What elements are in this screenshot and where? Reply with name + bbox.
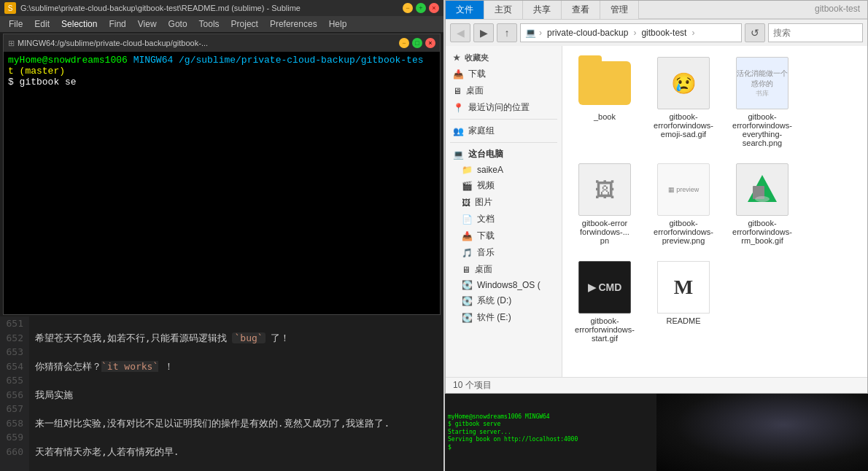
editor-content[interactable]: 希望苍天不负我,如若不行,只能看源码逻辑找 `bug` 了！ 你猜猜会怎样？`i… <box>29 316 443 471</box>
address-segment-backup[interactable]: private-cloud-backup <box>545 27 630 39</box>
refresh-button[interactable]: ↺ <box>745 23 765 42</box>
nav-videos[interactable]: 🎬 视频 <box>446 177 562 194</box>
file-item-emoji-sad[interactable]: 😢 gitbook-errorforwindows-emoji-sad.gif <box>647 52 720 152</box>
file-name-readme: README <box>666 316 700 325</box>
thumb-line-5: $ <box>448 444 654 451</box>
gif-icon-start: ▶ CMD <box>578 261 631 314</box>
ribbon-tab-home[interactable]: 主页 <box>484 1 523 19</box>
editor-line <box>35 402 438 416</box>
close-button[interactable]: × <box>429 3 439 13</box>
ribbon-tab-share[interactable]: 共享 <box>523 1 562 19</box>
file-item-start[interactable]: ▶ CMD gitbook-errorforwindows-start.gif <box>568 256 641 348</box>
explorer-toolbar: ◀ ▶ ↑ 💻 › private-cloud-backup › gitbook… <box>446 20 867 46</box>
terminal-prompt: myHome@snowdreams1006 MINGW64 /g/sublime… <box>8 55 435 66</box>
nav-software-e[interactable]: 💽 软件 (E:) <box>446 309 562 326</box>
terminal-close[interactable]: × <box>425 38 435 48</box>
editor-line: 你猜猜会怎样？`it works` ！ <box>35 359 438 374</box>
desktop2-icon: 🖥 <box>462 265 470 275</box>
nav-system-d[interactable]: 💽 系统 (D:) <box>446 292 562 309</box>
up-button[interactable]: ↑ <box>497 23 517 42</box>
file-name-preview: gitbook-errorforwindows-preview.png <box>651 219 716 245</box>
nav-download[interactable]: 📥 下载 <box>446 66 562 82</box>
terminal-user: myHome@snowdreams1006 <box>8 55 128 66</box>
menu-goto[interactable]: Goto <box>163 17 193 31</box>
back-button[interactable]: ◀ <box>450 23 470 42</box>
nav-pictures[interactable]: 🖼 图片 <box>446 194 562 211</box>
menu-edit[interactable]: Edit <box>28 17 55 31</box>
terminal-titlebar: ⊞ MINGW64:/g/sublime/private-cloud-backu… <box>4 34 440 52</box>
menu-view[interactable]: View <box>132 17 163 31</box>
png-icon-preview: ▦ preview <box>657 163 710 216</box>
nav-homegroup[interactable]: 👥 家庭组 <box>446 122 562 139</box>
menu-selection[interactable]: Selection <box>55 17 103 31</box>
nav-music[interactable]: 🎵 音乐 <box>446 244 562 261</box>
terminal-minimize[interactable]: − <box>399 38 409 48</box>
thumb-line-1: myHome@snowdreams1006 MINGW64 <box>448 413 654 421</box>
svg-point-2 <box>755 196 770 202</box>
terminal-body[interactable]: myHome@snowdreams1006 MINGW64 /g/sublime… <box>4 52 440 314</box>
maximize-button[interactable]: + <box>416 3 426 13</box>
editor-line <box>35 430 438 445</box>
png-icon-everything: 活化消能做一个惑你的 书库 <box>736 57 788 109</box>
terminal-title: MINGW64:/g/sublime/private-cloud-backup/… <box>18 39 396 47</box>
menu-help[interactable]: Help <box>323 17 353 31</box>
menu-project[interactable]: Project <box>225 17 264 31</box>
address-segment-gitbook[interactable]: gitbook-test <box>639 27 689 39</box>
ribbon-tabs: 文件 主页 共享 查看 管理 gitbook-test <box>446 1 867 20</box>
forward-button[interactable]: ▶ <box>473 23 494 42</box>
computer-nav-icon: 💻 <box>453 149 464 160</box>
menu-tools[interactable]: Tools <box>193 17 225 31</box>
gif-icon-rmbook <box>736 163 788 216</box>
computer-icon: 💻 <box>525 28 536 38</box>
address-bar[interactable]: 💻 › private-cloud-backup › gitbook-test … <box>520 23 742 42</box>
nav-thispc[interactable]: 💻 这台电脑 <box>446 146 562 163</box>
menu-file[interactable]: File <box>3 17 28 31</box>
recent-icon: 📍 <box>453 103 464 113</box>
music-icon: 🎵 <box>462 248 473 258</box>
nav-recent[interactable]: 📍 最近访问的位置 <box>446 99 562 116</box>
file-item-preview[interactable]: ▦ preview gitbook-errorforwindows-previe… <box>647 158 720 250</box>
terminal-maximize[interactable]: □ <box>412 38 422 48</box>
bottom-images: myHome@snowdreams1006 MINGW64 $ gitbook … <box>445 394 868 471</box>
folder-nav-icon: 📁 <box>462 165 473 175</box>
minimize-button[interactable]: − <box>403 3 413 13</box>
nav-windows-os[interactable]: 💽 Windows8_OS ( <box>446 278 562 292</box>
search-input[interactable] <box>768 23 863 42</box>
sublime-menubar: File Edit Selection Find View Goto Tools… <box>0 16 443 32</box>
file-item-book[interactable]: _book <box>568 52 641 152</box>
menu-preferences[interactable]: Preferences <box>264 17 323 31</box>
gif-icon-emoji: 😢 <box>657 57 710 109</box>
explorer-statusbar: 10 个项目 <box>446 377 867 393</box>
png-icon-truncated: 🖼 <box>578 163 631 216</box>
ribbon-tab-file[interactable]: 文件 <box>446 1 484 19</box>
nav-divider <box>450 119 557 120</box>
terminal-branch-line: t (master) <box>8 66 435 77</box>
file-name-everything: gitbook-errorforwindows-everything-searc… <box>729 112 795 147</box>
files-grid: _book 😢 gitbook-errorforwindows-emoji-sa… <box>568 52 861 348</box>
file-item-everything-search[interactable]: 活化消能做一个惑你的 书库 gitbook-errorforwindows-ev… <box>726 52 799 152</box>
file-item-rmbook[interactable]: gitbook-errorforwindows-rm_book.gif <box>726 158 799 250</box>
disk-icon: 💽 <box>462 280 473 290</box>
ribbon-tab-manage[interactable]: 管理 <box>600 1 639 19</box>
nav-desktop-2[interactable]: 🖥 桌面 <box>446 261 562 278</box>
download-icon: 📥 <box>453 69 464 79</box>
file-item-png-truncated[interactable]: 🖼 gitbook-errorforwindows-...pn <box>568 158 641 250</box>
nav-downloads[interactable]: 📥 下载 <box>446 227 562 244</box>
file-item-readme[interactable]: M README <box>647 256 720 348</box>
thumb-line-3: Starting server... <box>448 429 654 436</box>
nav-desktop[interactable]: 🖥 桌面 <box>446 82 562 99</box>
status-count: 10 个项目 <box>453 379 492 392</box>
explorer-body: ★ 收藏夹 📥 下载 🖥 桌面 📍 最近访问的位置 👥 家庭组 <box>446 46 867 377</box>
explorer-header-title: gitbook-test <box>639 1 867 19</box>
files-area: _book 😢 gitbook-errorforwindows-emoji-sa… <box>562 46 867 377</box>
explorer-window: 文件 主页 共享 查看 管理 gitbook-test ◀ ▶ ↑ 💻 › pr… <box>445 0 868 394</box>
nav-saikea[interactable]: 📁 saikeA <box>446 163 562 177</box>
editor-line <box>35 345 438 359</box>
nav-documents[interactable]: 📄 文档 <box>446 211 562 227</box>
ribbon-tab-view[interactable]: 查看 <box>562 1 600 19</box>
file-name-emoji-sad: gitbook-errorforwindows-emoji-sad.gif <box>651 112 716 139</box>
disk-e-icon: 💽 <box>462 313 473 323</box>
terminal-path: MINGW64 /g/sublime/private-cloud-backup/… <box>133 55 424 66</box>
sublime-window: S G:\sublime\private-cloud-backup\gitboo… <box>0 0 443 471</box>
menu-find[interactable]: Find <box>103 17 131 31</box>
